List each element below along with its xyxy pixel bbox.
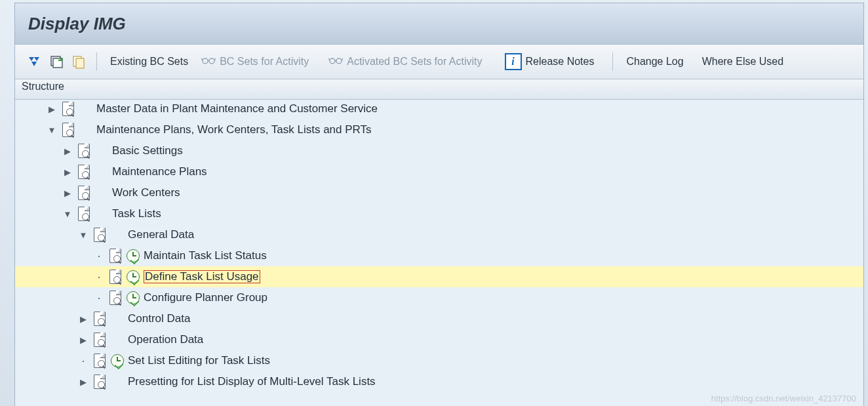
tree-label: Control Data [128,312,190,325]
title-bar: Display IMG [15,3,863,45]
svg-point-11 [336,58,342,64]
tree-node-presetting-list-display[interactable]: ▶ Presetting for List Display of Multi-L… [15,371,863,392]
expand-icon[interactable]: ▶ [62,188,73,198]
tree-label: Maintenance Plans, Work Centers, Task Li… [96,123,372,136]
activity-icon[interactable] [109,353,125,369]
svg-point-9 [209,58,214,64]
structure-header: Structure [15,79,863,100]
tree-label: Maintain Task List Status [144,249,267,262]
expand-all-button[interactable] [24,52,44,71]
info-icon: i [505,53,522,70]
activity-icon[interactable] [125,290,141,306]
toolbar-separator [96,52,97,71]
svg-marker-1 [34,57,39,61]
tree-node-control-data[interactable]: ▶ Control Data [15,308,863,329]
tree-node-set-list-editing[interactable]: · Set List Editing for Task Lists [15,350,863,371]
tree-label: Maintenance Plans [112,165,207,178]
tree-node-define-task-list-usage[interactable]: · Define Task List Usage [15,266,863,287]
release-notes-label: Release Notes [526,56,595,68]
tree-node-general-data[interactable]: ▼ General Data [15,224,863,245]
svg-marker-2 [31,62,37,66]
doc-icon[interactable] [92,331,108,348]
change-log-button[interactable]: Change Log [621,52,688,71]
activated-bc-sets-label: Activated BC Sets for Activity [347,56,482,68]
tree-label: Task Lists [112,207,161,220]
doc-icon[interactable] [108,268,124,285]
doc-icon[interactable] [77,142,92,159]
collapse-icon[interactable]: ▼ [47,125,57,135]
toolbar: Existing BC Sets BC Sets for Activity Ac… [15,45,863,79]
tree-label: Configure Planner Group [144,291,267,304]
doc-icon[interactable] [77,205,92,222]
glasses-icon [201,56,216,68]
leaf-icon: · [94,272,104,282]
glasses-icon [328,56,343,68]
app-frame: Display IMG Existing BC Sets BC Sets for… [14,3,864,406]
tree-node-configure-planner-group[interactable]: · Configure Planner Group [15,287,863,308]
tree-label: Define Task List Usage [144,270,260,283]
tree-label: Master Data in Plant Maintenance and Cus… [96,102,378,115]
tree-node-maintain-task-list-status[interactable]: · Maintain Task List Status [15,245,863,266]
doc-icon[interactable] [92,352,108,369]
tree-label: Set List Editing for Task Lists [128,354,270,367]
doc-icon[interactable] [108,289,124,306]
doc-icon[interactable] [92,310,108,327]
tree-node-task-lists[interactable]: ▼ Task Lists [15,203,863,224]
svg-point-10 [330,58,335,64]
watermark: https://blog.csdn.net/weixin_42137700 [711,394,856,403]
tree-label: Work Centers [112,186,180,199]
collapse-icon[interactable]: ▼ [62,209,73,219]
svg-marker-0 [29,57,34,61]
expand-icon[interactable]: ▶ [78,335,89,345]
expand-icon[interactable]: ▶ [62,167,73,177]
tree-node-maintenance-plans[interactable]: ▶ Maintenance Plans [15,161,863,182]
activated-bc-sets-button: Activated BC Sets for Activity [323,52,487,71]
leaf-icon: · [78,355,89,366]
activity-icon[interactable] [125,248,141,264]
toolbar-separator [612,52,613,71]
doc-icon[interactable] [61,100,77,117]
img-tree: ▶ Master Data in Plant Maintenance and C… [15,98,863,406]
activity-icon[interactable] [125,269,141,285]
tree-label: Operation Data [128,333,203,346]
tree-label: Basic Settings [112,144,183,157]
tree-node-work-centers[interactable]: ▶ Work Centers [15,182,863,203]
leaf-icon: · [94,293,104,303]
expand-icon[interactable]: ▶ [47,104,57,114]
tree-label: Presetting for List Display of Multi-Lev… [128,375,376,388]
where-else-used-button[interactable]: Where Else Used [697,52,789,71]
collapse-icon[interactable]: ▼ [78,230,89,240]
tree-node-maintenance-plans-root[interactable]: ▼ Maintenance Plans, Work Centers, Task … [15,119,863,140]
doc-icon[interactable] [77,184,92,201]
leaf-icon: · [94,251,104,261]
doc-icon[interactable] [92,373,108,390]
tree-label: General Data [128,228,194,241]
doc-icon[interactable] [61,121,77,138]
svg-rect-7 [76,58,84,68]
expand-icon[interactable]: ▶ [78,376,89,387]
tree-node-master-data[interactable]: ▶ Master Data in Plant Maintenance and C… [15,98,863,119]
release-notes-button[interactable]: i Release Notes [500,52,600,71]
expand-icon[interactable]: ▶ [62,146,73,156]
doc-icon[interactable] [92,226,108,243]
doc-icon[interactable] [77,163,92,180]
tree-node-basic-settings[interactable]: ▶ Basic Settings [15,140,863,161]
svg-point-8 [203,58,208,64]
doc-icon[interactable] [108,247,124,264]
tree-node-operation-data[interactable]: ▶ Operation Data [15,329,863,350]
page-title: Display IMG [28,14,126,34]
bc-sets-activity-button: BC Sets for Activity [196,52,314,71]
toggle-button[interactable] [47,52,66,71]
existing-bc-sets-button[interactable]: Existing BC Sets [105,52,193,71]
bc-sets-activity-label: BC Sets for Activity [220,56,309,68]
expand-icon[interactable]: ▶ [78,314,89,324]
copy-button[interactable] [69,52,89,71]
